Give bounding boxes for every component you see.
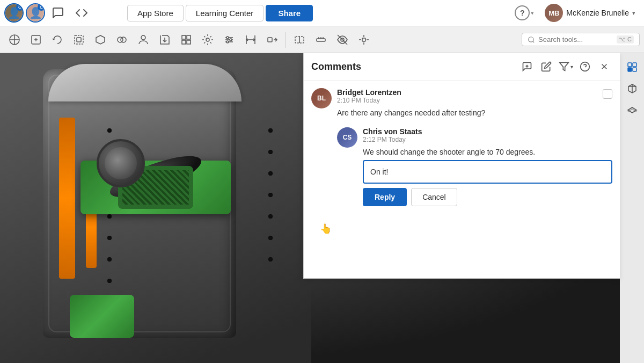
avatar-chris: CS [337, 127, 357, 148]
filter-button[interactable]: ▾ [558, 59, 574, 75]
reply-input[interactable] [363, 160, 612, 184]
user-menu[interactable]: MB McKenzie Brunelle ▾ [540, 2, 640, 24]
green-part-2 [70, 295, 134, 338]
svg-point-20 [226, 37, 229, 39]
reply-content-1: Chris von Staats 2:12 PM Today We should… [363, 127, 612, 206]
share-button[interactable]: Share [266, 5, 313, 21]
right-tool-grid[interactable] [623, 57, 642, 77]
cad-model[interactable] [0, 53, 311, 363]
motor-center [105, 147, 137, 179]
tool-fit[interactable] [26, 30, 46, 50]
filter-chevron: ▾ [570, 64, 573, 70]
svg-point-22 [226, 41, 229, 43]
svg-line-42 [533, 41, 535, 42]
svg-rect-14 [182, 40, 186, 44]
add-comment-button[interactable] [519, 59, 535, 75]
tool-settings[interactable] [197, 30, 218, 50]
svg-rect-6 [75, 35, 83, 44]
code-icon[interactable] [71, 2, 92, 24]
svg-rect-46 [633, 68, 636, 71]
comments-body: BL Bridget Lorentzen 2:10 PM Today Are t… [304, 81, 620, 220]
comment-nav-icon[interactable] [47, 2, 69, 24]
svg-point-41 [529, 37, 533, 41]
user-menu-chevron: ▾ [632, 10, 635, 17]
tool-measure[interactable] [311, 30, 331, 50]
comments-panel: Comments [303, 53, 620, 279]
svg-rect-7 [77, 38, 81, 42]
comments-header: Comments [304, 53, 620, 81]
tool-layout[interactable] [176, 30, 196, 50]
user-avatar: MB [545, 4, 563, 22]
top-piece [48, 64, 241, 101]
reply-author-1: Chris von Staats [363, 127, 612, 136]
svg-rect-43 [628, 63, 632, 67]
tool-explode[interactable] [354, 30, 374, 50]
cancel-button[interactable]: Cancel [411, 188, 457, 206]
comment-thread-1: BL Bridget Lorentzen 2:10 PM Today Are t… [311, 88, 612, 119]
search-shortcut: ⌥ C [617, 35, 634, 43]
tool-move[interactable] [262, 30, 282, 50]
tool-section[interactable] [289, 30, 310, 50]
svg-point-10 [141, 35, 145, 40]
svg-rect-45 [628, 68, 632, 71]
avatar-bridget: BL [311, 88, 332, 108]
reply-area: Reply Cancel [363, 160, 612, 206]
navbar-left: 👤 O 👤 O [4, 2, 92, 24]
svg-rect-36 [362, 38, 365, 41]
toolbar: ⌥ C [0, 26, 644, 53]
tool-orient[interactable] [4, 30, 25, 50]
tool-person[interactable] [133, 30, 153, 50]
reply-time-1: 2:12 PM Today [363, 136, 612, 143]
help-icon: ? [515, 5, 530, 20]
navbar-right: ? ▾ MB McKenzie Brunelle ▾ [511, 2, 640, 24]
svg-point-21 [230, 39, 232, 41]
search-input[interactable] [538, 35, 613, 43]
search-toolbar[interactable]: ⌥ C [522, 33, 640, 46]
search-icon [528, 36, 535, 43]
tool-part[interactable] [90, 30, 111, 50]
avatar-user1[interactable]: 👤 O [4, 3, 24, 23]
tool-export[interactable] [155, 30, 175, 50]
navbar: 👤 O 👤 O App [0, 0, 644, 26]
help-chevron: ▾ [531, 10, 534, 17]
reply-button[interactable]: Reply [363, 188, 407, 206]
main-canvas: Comments [0, 53, 644, 363]
comment-time-1: 2:10 PM Today [337, 97, 597, 104]
comments-header-icons: ▾ [519, 59, 612, 75]
avatar-user2[interactable]: 👤 O [26, 3, 45, 23]
orange-strip-1 [59, 118, 75, 279]
svg-rect-26 [268, 38, 272, 42]
reply-thread-1: CS Chris von Staats 2:12 PM Today We sho… [337, 127, 612, 206]
comment-checkbox-1[interactable] [603, 89, 612, 99]
close-comments-button[interactable] [596, 59, 612, 75]
edit-comment-button[interactable] [538, 59, 554, 75]
svg-rect-30 [317, 39, 325, 41]
comment-author-1: Bridget Lorentzen [337, 88, 597, 97]
tool-dimension[interactable] [240, 30, 261, 50]
svg-rect-12 [182, 35, 186, 39]
tool-rotate[interactable] [47, 30, 68, 50]
svg-point-9 [121, 37, 126, 42]
help-button[interactable]: ? ▾ [511, 3, 537, 23]
comment-content-1: Bridget Lorentzen 2:10 PM Today Are ther… [337, 88, 597, 119]
svg-point-16 [206, 38, 209, 41]
reply-text-1: We should change the shooter angle to 70… [363, 147, 612, 158]
right-tool-layers[interactable] [623, 100, 642, 120]
right-toolbar [620, 53, 644, 363]
svg-rect-13 [187, 35, 191, 39]
svg-marker-51 [559, 63, 568, 71]
svg-rect-44 [633, 63, 636, 67]
comment-text-1: Are there any changes needed after testi… [337, 107, 597, 119]
app-store-button[interactable]: App Store [127, 5, 184, 21]
toolbar-separator [286, 32, 286, 48]
tool-config[interactable] [219, 30, 239, 50]
tool-select[interactable] [69, 30, 89, 50]
learning-center-button[interactable]: Learning Center [186, 5, 264, 21]
comments-help-button[interactable] [577, 59, 593, 75]
reply-buttons: Reply Cancel [363, 188, 612, 206]
cursor-pointer: 👆 [320, 223, 331, 234]
tool-mate[interactable] [112, 30, 132, 50]
tool-hide[interactable] [332, 30, 353, 50]
right-tool-cube[interactable] [623, 79, 642, 98]
user-name-label: McKenzie Brunelle [566, 9, 629, 17]
